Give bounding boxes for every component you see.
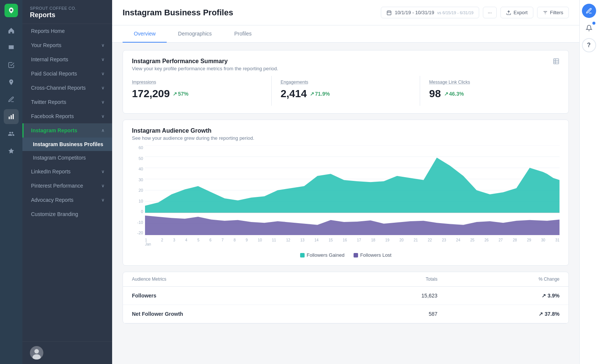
audience-card-header: Instagram Audience Growth See how your a… xyxy=(123,120,568,145)
filters-button[interactable]: Filters xyxy=(537,7,569,18)
impressions-label: Impressions xyxy=(132,80,262,85)
table-row: Net Follower Growth 587 ↗ 37.8% xyxy=(123,305,568,323)
row-followers-metric: Followers xyxy=(123,287,340,305)
nav-people-icon[interactable] xyxy=(4,126,19,141)
performance-summary-card: Instagram Performance Summary View your … xyxy=(123,50,569,114)
legend-gained-dot xyxy=(300,253,305,257)
performance-card-title: Instagram Performance Summary xyxy=(132,58,278,65)
sidebar-header: Sprout Coffee Co. Reports xyxy=(22,0,112,24)
chevron-down-icon: ∨ xyxy=(101,57,105,62)
chevron-down-icon: ∨ xyxy=(101,71,105,76)
edit-icon xyxy=(586,7,592,14)
right-action-bar: ? xyxy=(579,0,598,364)
link-clicks-label: Message Link Clicks xyxy=(429,80,560,85)
tab-demographics[interactable]: Demographics xyxy=(167,25,223,43)
sidebar-sub-item-instagram-business[interactable]: Instagram Business Profiles xyxy=(22,138,112,151)
sidebar-sub-item-instagram-competitors[interactable]: Instagram Competitors xyxy=(22,151,112,164)
col-change: % Change xyxy=(446,272,568,287)
company-name: Sprout Coffee Co. xyxy=(30,6,105,10)
export-button[interactable]: Export xyxy=(500,7,533,18)
sidebar-avatar-section xyxy=(22,341,112,364)
chart-legend: Followers Gained Followers Lost xyxy=(132,249,560,258)
svg-point-5 xyxy=(34,349,39,354)
legend-lost-dot xyxy=(354,253,358,257)
svg-point-0 xyxy=(10,9,12,11)
row-net-growth-metric: Net Follower Growth xyxy=(123,305,340,323)
chevron-down-icon: ∨ xyxy=(101,183,105,188)
engagements-value: 2,414 ↗71.9% xyxy=(281,88,411,100)
sidebar-title: Reports xyxy=(30,11,105,19)
sidebar-item-paid-social[interactable]: Paid Social Reports ∨ xyxy=(22,67,112,81)
tab-profiles[interactable]: Profiles xyxy=(223,25,263,43)
nav-star-icon[interactable] xyxy=(4,144,19,158)
notification-dot xyxy=(592,22,595,25)
legend-followers-gained: Followers Gained xyxy=(300,252,345,258)
audience-metrics-card: Audience Metrics Totals % Change Followe… xyxy=(123,272,569,324)
left-icon-bar xyxy=(0,0,22,364)
sidebar-item-twitter[interactable]: Twitter Reports ∨ xyxy=(22,95,112,109)
col-totals: Totals xyxy=(340,272,446,287)
svg-rect-11 xyxy=(554,59,559,64)
export-icon xyxy=(506,10,511,15)
svg-rect-1 xyxy=(9,117,10,119)
up-arrow-icon: ↗ xyxy=(173,91,177,97)
sidebar-item-pinterest[interactable]: Pinterest Performance ∨ xyxy=(22,179,112,193)
svg-rect-3 xyxy=(13,114,14,119)
sidebar-item-linkedin[interactable]: LinkedIn Reports ∨ xyxy=(22,164,112,179)
user-avatar[interactable] xyxy=(30,346,43,360)
filters-icon xyxy=(543,10,548,15)
nav-compose-icon[interactable] xyxy=(4,92,19,107)
nav-tasks-icon[interactable] xyxy=(4,58,19,73)
svg-rect-2 xyxy=(11,115,12,119)
chart-y-labels: 60 50 40 30 20 10 0 -10 -20 xyxy=(132,145,145,235)
sidebar: Sprout Coffee Co. Reports Reports Home Y… xyxy=(22,0,112,364)
sidebar-item-internal-reports[interactable]: Internal Reports ∨ xyxy=(22,52,112,67)
page-title: Instagram Business Profiles xyxy=(123,8,233,18)
main-content: Instagram Business Profiles 10/1/19 - 10… xyxy=(112,0,579,364)
nav-home-icon[interactable] xyxy=(4,23,19,38)
col-metric: Audience Metrics xyxy=(123,272,340,287)
audience-card-subtitle: See how your audience grew during the re… xyxy=(132,135,254,141)
export-label: Export xyxy=(514,10,528,15)
sidebar-item-facebook[interactable]: Facebook Reports ∨ xyxy=(22,109,112,123)
impressions-change: ↗57% xyxy=(173,91,188,97)
sidebar-item-your-reports[interactable]: Your Reports ∨ xyxy=(22,38,112,52)
tabs-bar: Overview Demographics Profiles xyxy=(112,25,579,43)
main-header: Instagram Business Profiles 10/1/19 - 10… xyxy=(112,0,579,25)
performance-card-subtitle: View your key profile performance metric… xyxy=(132,66,278,71)
date-picker-button[interactable]: 10/1/19 - 10/31/19 vs 6/15/19 - 6/31/19 xyxy=(381,7,479,18)
chevron-down-icon: ∨ xyxy=(101,197,105,203)
chevron-down-icon: ∨ xyxy=(101,169,105,174)
chevron-down-icon: ∨ xyxy=(101,43,105,48)
up-arrow-icon: ↗ xyxy=(310,91,314,97)
metric-link-clicks: Message Link Clicks 98 ↗46.3% xyxy=(420,76,568,106)
date-range-comparison: vs 6/15/19 - 6/31/19 xyxy=(437,10,474,15)
tab-overview[interactable]: Overview xyxy=(123,25,167,43)
date-range-primary: 10/1/19 - 10/31/19 xyxy=(395,10,434,15)
legend-followers-lost: Followers Lost xyxy=(354,252,392,258)
logo-icon[interactable] xyxy=(4,4,18,17)
link-clicks-change: ↗46.3% xyxy=(444,91,464,97)
sidebar-item-customize[interactable]: Customize Branding xyxy=(22,207,112,221)
compose-action-button[interactable] xyxy=(582,4,596,18)
content-area: Instagram Performance Summary View your … xyxy=(112,43,579,364)
nav-pin-icon[interactable] xyxy=(4,75,19,90)
table-layout-icon[interactable] xyxy=(553,58,560,67)
help-button[interactable]: ? xyxy=(582,38,596,52)
calendar-icon xyxy=(386,10,392,15)
up-arrow-icon: ↗ xyxy=(444,91,449,97)
notification-button[interactable] xyxy=(582,21,596,35)
sidebar-item-advocacy[interactable]: Advocacy Reports ∨ xyxy=(22,193,112,207)
nav-analytics-icon[interactable] xyxy=(4,109,19,124)
sidebar-item-reports-home[interactable]: Reports Home xyxy=(22,24,112,38)
nav-inbox-icon[interactable] xyxy=(4,40,19,55)
sidebar-item-instagram[interactable]: Instagram Reports ∧ xyxy=(22,123,112,138)
more-options-button[interactable]: ··· xyxy=(483,7,497,18)
metric-engagements: Engagements 2,414 ↗71.9% xyxy=(272,76,420,106)
link-clicks-value: 98 ↗46.3% xyxy=(429,88,560,100)
svg-rect-7 xyxy=(387,11,391,15)
sidebar-item-cross-channel[interactable]: Cross-Channel Reports ∨ xyxy=(22,81,112,95)
metrics-row: Impressions 172,209 ↗57% Engagements 2,4… xyxy=(123,76,568,113)
row-followers-total: 15,623 xyxy=(340,287,446,305)
filters-label: Filters xyxy=(550,10,563,15)
